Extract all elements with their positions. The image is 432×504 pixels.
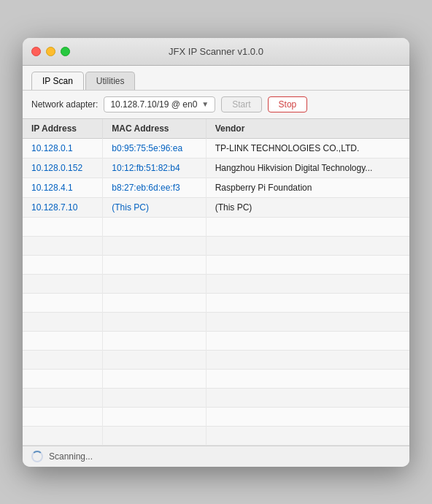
table-row[interactable]: 10.128.0.15210:12:fb:51:82:b4Hangzhou Hi… (23, 158, 409, 177)
col-header-vendor: Vendor (206, 119, 409, 139)
tab-bar: IP Scan Utilities (23, 66, 409, 91)
cell-vendor: Raspberry Pi Foundation (206, 177, 409, 197)
maximize-button[interactable] (61, 47, 70, 56)
cell-vendor: Hangzhou Hikvision Digital Technology... (206, 158, 409, 177)
network-adapter-label: Network adapter: (31, 99, 98, 110)
col-header-ip: IP Address (23, 119, 103, 139)
tab-ip-scan[interactable]: IP Scan (31, 72, 84, 90)
table-row-empty (23, 350, 409, 369)
traffic-lights (31, 47, 70, 56)
title-bar: JFX IP Scanner v1.0.0 (23, 38, 409, 66)
start-button[interactable]: Start (221, 96, 261, 112)
cell-ip: 10.128.7.10 (23, 197, 103, 217)
cell-mac: b0:95:75:5e:96:ea (103, 138, 206, 158)
network-bar: Network adapter: 10.128.7.10/19 @ en0 ▼ … (23, 91, 409, 119)
table-row-empty (23, 426, 409, 445)
minimize-button[interactable] (46, 47, 55, 56)
table-row[interactable]: 10.128.7.10(This PC)(This PC) (23, 197, 409, 217)
col-header-mac: MAC Address (103, 119, 206, 139)
table-row-empty (23, 312, 409, 331)
chevron-down-icon: ▼ (201, 100, 209, 108)
table-row-empty (23, 369, 409, 388)
cell-mac: (This PC) (103, 197, 206, 217)
stop-button[interactable]: Stop (268, 96, 308, 112)
table-row-empty (23, 293, 409, 312)
table-row-empty (23, 217, 409, 236)
table-row[interactable]: 10.128.0.1b0:95:75:5e:96:eaTP-LINK TECHN… (23, 138, 409, 158)
cell-vendor: TP-LINK TECHNOLOGIES CO.,LTD. (206, 138, 409, 158)
table-row[interactable]: 10.128.4.1b8:27:eb:6d:ee:f3Raspberry Pi … (23, 177, 409, 197)
results-table: IP Address MAC Address Vendor 10.128.0.1… (23, 119, 409, 446)
table-row-empty (23, 407, 409, 426)
network-adapter-select[interactable]: 10.128.7.10/19 @ en0 ▼ (104, 96, 215, 112)
table-row-empty (23, 388, 409, 407)
main-window: JFX IP Scanner v1.0.0 IP Scan Utilities … (23, 38, 409, 467)
window-title: JFX IP Scanner v1.0.0 (169, 46, 263, 57)
status-bar: Scanning... (23, 446, 409, 467)
scanning-label: Scanning... (49, 451, 93, 462)
tab-utilities[interactable]: Utilities (85, 72, 136, 90)
results-table-container: IP Address MAC Address Vendor 10.128.0.1… (23, 119, 409, 446)
scanning-spinner (31, 451, 43, 462)
table-row-empty (23, 274, 409, 293)
table-row-empty (23, 331, 409, 350)
network-adapter-value: 10.128.7.10/19 @ en0 (110, 99, 197, 110)
cell-ip: 10.128.4.1 (23, 177, 103, 197)
table-header-row: IP Address MAC Address Vendor (23, 119, 409, 139)
cell-ip: 10.128.0.152 (23, 158, 103, 177)
close-button[interactable] (31, 47, 41, 56)
cell-mac: b8:27:eb:6d:ee:f3 (103, 177, 206, 197)
cell-mac: 10:12:fb:51:82:b4 (103, 158, 206, 177)
table-row-empty (23, 236, 409, 255)
cell-vendor: (This PC) (206, 197, 409, 217)
table-row-empty (23, 255, 409, 274)
cell-ip: 10.128.0.1 (23, 138, 103, 158)
